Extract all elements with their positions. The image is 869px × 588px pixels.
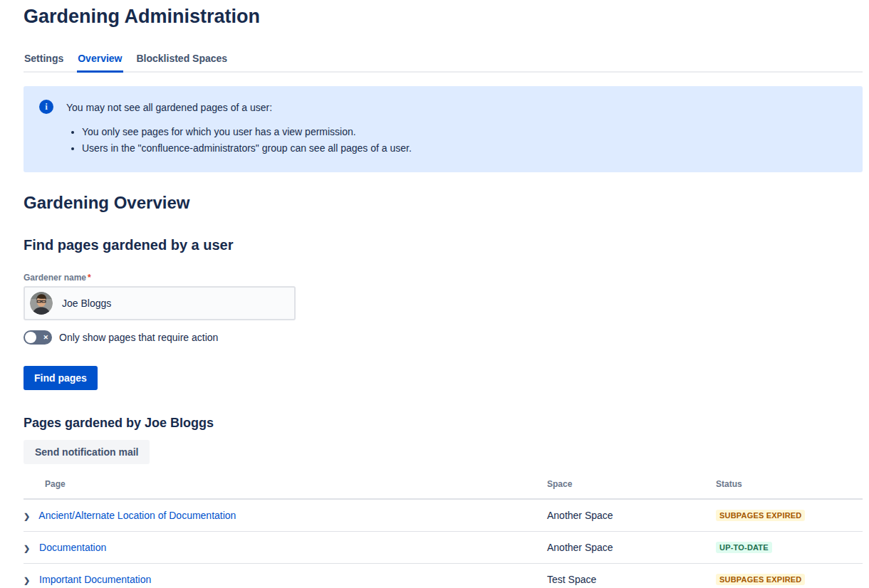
banner-bullet: You only see pages for which you user ha… — [82, 125, 412, 139]
column-header-status: Status — [716, 469, 863, 499]
expand-chevron-icon[interactable]: ❯ — [24, 544, 30, 553]
space-cell: Another Space — [547, 499, 716, 531]
page-link[interactable]: Important Documentation — [39, 574, 151, 585]
find-pages-heading: Find pages gardened by a user — [24, 237, 863, 253]
banner-intro: You may not see all gardened pages of a … — [66, 100, 412, 115]
gardener-name-field[interactable]: Joe Bloggs — [24, 286, 296, 320]
require-action-toggle-row: ✕ Only show pages that require action — [24, 330, 863, 345]
banner-bullet: Users in the "confluence-administrators"… — [82, 141, 412, 155]
space-cell: Another Space — [547, 531, 716, 563]
table-row: ❯ Ancient/Alternate Location of Document… — [24, 499, 863, 531]
table-row: ❯ Documentation Another Space UP-TO-DATE — [24, 531, 863, 563]
required-asterisk: * — [88, 273, 91, 283]
gardener-name-label: Gardener name* — [24, 273, 863, 283]
tab-overview[interactable]: Overview — [77, 53, 123, 73]
space-cell: Test Space — [547, 563, 716, 588]
gardened-pages-table: Page Space Status ❯ Ancient/Alternate Lo… — [24, 469, 863, 588]
toggle-off-icon: ✕ — [43, 335, 48, 341]
results-heading: Pages gardened by Joe Bloggs — [24, 416, 863, 431]
require-action-toggle-label: Only show pages that require action — [59, 332, 218, 343]
status-badge: UP-TO-DATE — [716, 542, 772, 553]
info-banner-body: You may not see all gardened pages of a … — [66, 100, 412, 157]
status-badge: SUBPAGES EXPIRED — [716, 574, 805, 585]
tab-blocklisted-spaces[interactable]: Blocklisted Spaces — [136, 53, 229, 73]
overview-heading: Gardening Overview — [24, 193, 863, 213]
require-action-toggle[interactable]: ✕ — [24, 330, 52, 345]
toggle-knob — [25, 332, 36, 343]
tab-bar: Settings Overview Blocklisted Spaces — [24, 53, 863, 73]
table-row: ❯ Important Documentation Test Space SUB… — [24, 563, 863, 588]
avatar — [30, 292, 53, 315]
tab-settings[interactable]: Settings — [24, 53, 64, 73]
info-banner: i You may not see all gardened pages of … — [24, 86, 863, 172]
find-pages-button[interactable]: Find pages — [24, 366, 98, 390]
banner-bullet-list: You only see pages for which you user ha… — [66, 125, 412, 155]
send-notification-mail-button[interactable]: Send notification mail — [24, 440, 150, 464]
table-header-row: Page Space Status — [24, 469, 863, 499]
page-title: Gardening Administration — [24, 6, 863, 28]
status-badge: SUBPAGES EXPIRED — [716, 510, 805, 521]
column-header-page: Page — [24, 469, 547, 499]
page-link[interactable]: Documentation — [39, 542, 106, 553]
expand-chevron-icon[interactable]: ❯ — [24, 576, 30, 585]
gardener-name-value: Joe Bloggs — [62, 298, 111, 309]
page-link[interactable]: Ancient/Alternate Location of Documentat… — [38, 510, 236, 521]
expand-chevron-icon[interactable]: ❯ — [24, 512, 30, 521]
column-header-space: Space — [547, 469, 716, 499]
gardening-admin-page: Gardening Administration Settings Overvi… — [0, 0, 869, 588]
info-icon: i — [39, 100, 53, 114]
gardener-name-label-text: Gardener name — [24, 273, 86, 283]
